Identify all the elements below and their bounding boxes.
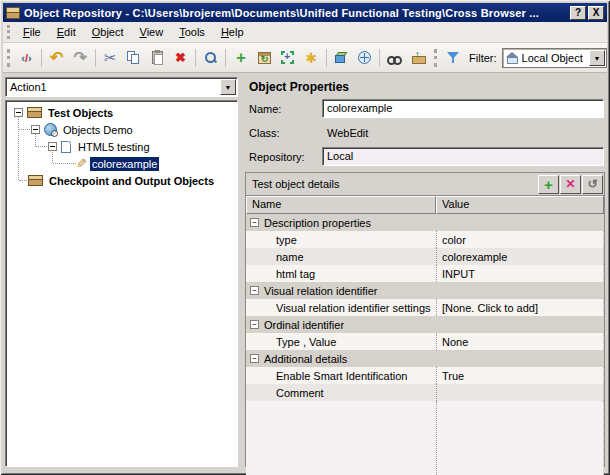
filter-value: Local Object — [522, 52, 589, 64]
pencil-icon: ✎ — [76, 156, 87, 171]
toolbar-grip[interactable] — [434, 49, 439, 67]
table-row[interactable]: Enable Smart Identification True — [246, 367, 604, 384]
copy-icon[interactable] — [123, 46, 144, 69]
restore-button[interactable]: ↺ — [582, 175, 603, 194]
help-button[interactable]: ? — [570, 6, 586, 20]
toolbar-separator — [41, 49, 42, 67]
table-row[interactable]: name colorexample — [246, 248, 604, 265]
filter-label: Filter: — [469, 52, 497, 64]
add-property-button[interactable]: + — [538, 175, 559, 194]
package-icon — [28, 175, 43, 186]
close-button[interactable]: X — [588, 6, 604, 20]
spy-glasses-icon[interactable] — [384, 46, 405, 69]
table-row[interactable]: Comment — [246, 384, 604, 401]
delete-property-button[interactable]: ✕ — [560, 175, 581, 194]
tree-connector — [18, 113, 19, 180]
collapse-icon[interactable]: − — [250, 286, 259, 295]
name-label: Name: — [249, 103, 281, 115]
tree-item-colorexample[interactable]: ✎ colorexample — [76, 155, 159, 172]
add-objects-icon[interactable]: + — [230, 46, 251, 69]
menu-bar: File Edit Object View Tools Help — [3, 22, 607, 43]
table-row[interactable]: Visual relation identifier settings [Non… — [246, 299, 604, 316]
details-title: Test object details — [252, 178, 538, 190]
filter-dropdown[interactable]: Local Object ▼ — [502, 48, 607, 68]
tree-item-checkpoint-objects[interactable]: Checkpoint and Output Objects — [28, 172, 216, 189]
object-tree: Test Objects Objects Demo HTML5 testing … — [5, 100, 238, 467]
cut-icon[interactable]: ✂ — [100, 46, 121, 69]
property-value[interactable]: True — [436, 367, 604, 384]
tree-item-html5-testing[interactable]: HTML5 testing — [48, 138, 152, 155]
code-slash-icon[interactable]: ‹/› — [16, 46, 37, 69]
window-title: Object Repository - C:\Users\brojerem\Do… — [24, 7, 568, 19]
tree-connector — [19, 180, 27, 181]
menu-tools[interactable]: Tools — [171, 24, 213, 40]
box-up-arrow-icon[interactable]: ↑ — [408, 46, 429, 69]
collapse-icon[interactable] — [48, 142, 57, 151]
property-value[interactable]: [None. Click to add] — [436, 299, 604, 316]
update-from-application-icon[interactable]: ↻ — [254, 46, 275, 69]
highlight-in-application-icon[interactable]: + — [277, 46, 298, 69]
menu-edit[interactable]: Edit — [49, 24, 84, 40]
collapse-icon[interactable] — [14, 108, 23, 117]
menu-file[interactable]: File — [15, 24, 49, 40]
object-properties-title: Object Properties — [249, 80, 349, 94]
dropdown-arrow-icon[interactable]: ▼ — [220, 79, 236, 95]
tree-connector — [19, 129, 30, 130]
table-header: Name Value — [246, 196, 604, 214]
group-row-additional-details[interactable]: − Additional details — [246, 350, 604, 367]
undo-icon[interactable]: ↶ — [46, 46, 67, 69]
menu-object[interactable]: Object — [84, 24, 132, 40]
delete-icon[interactable]: ✖ — [170, 46, 191, 69]
title-bar[interactable]: Object Repository - C:\Users\brojerem\Do… — [3, 3, 607, 22]
tree-item-objects-demo[interactable]: Objects Demo — [31, 121, 135, 138]
paste-icon[interactable] — [146, 46, 167, 69]
test-object-details-bar: Test object details + ✕ ↺ — [245, 172, 605, 196]
tree-item-test-objects[interactable]: Test Objects — [14, 104, 115, 121]
tree-connector — [53, 163, 76, 164]
action-value: Action1 — [6, 81, 220, 93]
dropdown-arrow-icon[interactable]: ▼ — [589, 50, 605, 66]
table-row[interactable]: Type , Value None — [246, 333, 604, 350]
package-icon — [27, 107, 42, 118]
group-row-visual-relation-identifier[interactable]: − Visual relation identifier — [246, 282, 604, 299]
redo-icon[interactable]: ↷ — [69, 46, 90, 69]
table-row[interactable]: type color — [246, 231, 604, 248]
filter-icon — [443, 46, 464, 69]
toolbar: ‹/› ↶ ↷ ✂ ✖ + ↻ + ✱ ↑ Filter: Local Obje… — [3, 43, 607, 73]
property-value[interactable]: None — [436, 333, 604, 350]
collapse-icon[interactable] — [31, 125, 40, 134]
page-icon — [61, 141, 71, 153]
collapse-icon[interactable]: − — [250, 320, 259, 329]
property-value[interactable]: INPUT — [436, 265, 604, 282]
repository-label: Repository: — [249, 151, 305, 163]
menubar-grip[interactable] — [7, 25, 12, 39]
menu-help[interactable]: Help — [213, 24, 252, 40]
class-value: WebEdit — [327, 127, 368, 139]
cube-icon[interactable] — [331, 46, 352, 69]
column-header-name[interactable]: Name — [246, 196, 436, 214]
find-icon[interactable] — [200, 46, 221, 69]
locate-in-repository-icon[interactable]: ✱ — [300, 46, 321, 69]
name-input[interactable]: colorexample — [322, 99, 604, 118]
repository-icon — [6, 7, 20, 19]
repository-field: Local — [322, 147, 604, 166]
action-dropdown[interactable]: Action1 ▼ — [5, 77, 238, 97]
toolbar-grip[interactable] — [7, 49, 12, 67]
toolbar-separator — [225, 49, 226, 67]
collapse-icon[interactable]: − — [250, 218, 259, 227]
group-row-ordinal-identifier[interactable]: − Ordinal identifier — [246, 316, 604, 333]
property-value[interactable] — [436, 384, 604, 401]
property-value[interactable]: colorexample — [436, 248, 604, 265]
property-value[interactable]: color — [436, 231, 604, 248]
class-label: Class: — [249, 127, 280, 139]
collapse-icon[interactable]: − — [250, 354, 259, 363]
toolbar-separator — [95, 49, 96, 67]
properties-table: Name Value − Description properties type… — [245, 196, 605, 467]
clock-icon[interactable] — [354, 46, 375, 69]
group-row-description-properties[interactable]: − Description properties — [246, 214, 604, 231]
column-header-value[interactable]: Value — [436, 196, 604, 214]
object-repository-window: Object Repository - C:\Users\brojerem\Do… — [0, 0, 610, 475]
menu-view[interactable]: View — [132, 24, 172, 40]
table-row[interactable]: html tag INPUT — [246, 265, 604, 282]
table-empty-area — [246, 401, 604, 475]
